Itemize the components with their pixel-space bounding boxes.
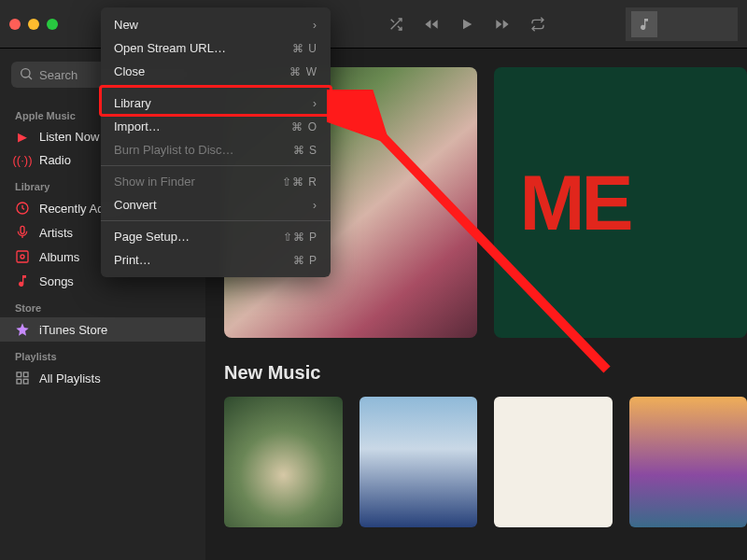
- sidebar-item-label: Radio: [39, 153, 71, 167]
- menu-item-label: Burn Playlist to Disc…: [114, 143, 234, 157]
- hero-album-2[interactable]: ME: [494, 67, 747, 338]
- music-note-icon: [15, 273, 30, 288]
- sidebar-item-itunes-store[interactable]: iTunes Store: [0, 317, 205, 342]
- menu-shortcut: ⌘ S: [293, 144, 317, 157]
- next-track-icon[interactable]: [495, 17, 510, 32]
- radio-icon: ((·)): [15, 153, 30, 167]
- svg-rect-8: [23, 379, 28, 384]
- music-note-icon: [631, 11, 657, 37]
- menu-shortcut: ⌘ U: [292, 42, 317, 55]
- now-playing[interactable]: [626, 7, 738, 41]
- search-placeholder: Search: [39, 68, 78, 82]
- sidebar-item-label: Albums: [39, 250, 79, 264]
- menu-item-label: Import…: [114, 119, 161, 133]
- album-icon: [15, 249, 30, 264]
- menu-item-close[interactable]: Close ⌘ W: [101, 60, 331, 83]
- album-thumb-4[interactable]: [629, 397, 748, 527]
- section-heading-new-music: New Music: [224, 362, 747, 384]
- svg-point-4: [21, 255, 24, 259]
- menu-item-new[interactable]: New ›: [101, 13, 331, 36]
- hero-album-2-text: ME: [520, 158, 630, 248]
- previous-track-icon[interactable]: [424, 17, 439, 32]
- svg-rect-3: [17, 251, 28, 262]
- sidebar-item-label: Listen Now: [39, 130, 99, 144]
- menu-item-label: Page Setup…: [114, 230, 190, 244]
- section-title-store: Store: [0, 293, 205, 317]
- menu-item-label: Show in Finder: [114, 175, 195, 189]
- svg-rect-5: [17, 372, 21, 377]
- minimize-window-button[interactable]: [28, 19, 39, 30]
- window-controls: [9, 19, 58, 30]
- menu-item-library[interactable]: Library ›: [101, 87, 331, 115]
- fullscreen-window-button[interactable]: [47, 19, 58, 30]
- repeat-icon[interactable]: [530, 17, 545, 32]
- album-thumb-2[interactable]: [359, 397, 478, 527]
- microphone-icon: [15, 225, 30, 240]
- menu-shortcut: ⇧⌘ P: [283, 231, 317, 244]
- menu-shortcut: ⌘ P: [293, 254, 317, 267]
- menu-item-label: Convert: [114, 198, 157, 212]
- sidebar-item-label: Songs: [39, 274, 74, 288]
- menu-item-page-setup[interactable]: Page Setup… ⇧⌘ P: [101, 220, 331, 248]
- menu-item-import[interactable]: Import… ⌘ O: [101, 115, 331, 138]
- sidebar-item-label: iTunes Store: [39, 323, 107, 337]
- menu-item-label: Open Stream URL…: [114, 41, 226, 55]
- shuffle-icon[interactable]: [388, 17, 403, 32]
- sidebar-item-all-playlists[interactable]: All Playlists: [0, 366, 205, 390]
- search-icon: [19, 66, 34, 84]
- album-thumb-1[interactable]: [224, 397, 343, 527]
- menu-shortcut: ⇧⌘ R: [282, 175, 317, 189]
- chevron-right-icon: ›: [313, 19, 317, 32]
- menu-item-show-in-finder: Show in Finder ⇧⌘ R: [101, 165, 331, 193]
- menu-item-label: Library: [114, 96, 151, 110]
- star-icon: [15, 322, 30, 337]
- section-title-playlists: Playlists: [0, 342, 205, 366]
- chevron-right-icon: ›: [313, 97, 317, 110]
- play-circle-icon: ▶: [15, 130, 30, 144]
- menu-item-label: Print…: [114, 253, 151, 267]
- menu-item-open-stream-url[interactable]: Open Stream URL… ⌘ U: [101, 36, 331, 60]
- grid-icon: [15, 371, 30, 385]
- menu-item-label: New: [114, 18, 138, 32]
- album-thumb-3[interactable]: [494, 397, 613, 527]
- menu-item-convert[interactable]: Convert ›: [101, 193, 331, 217]
- sidebar-item-label: All Playlists: [39, 371, 101, 385]
- file-menu: New › Open Stream URL… ⌘ U Close ⌘ W Lib…: [101, 7, 331, 277]
- playback-controls: [388, 17, 545, 32]
- menu-shortcut: ⌘ O: [291, 120, 317, 133]
- clock-icon: [15, 201, 30, 216]
- menu-item-label: Close: [114, 64, 145, 78]
- svg-rect-2: [21, 226, 24, 233]
- menu-item-print[interactable]: Print… ⌘ P: [101, 248, 331, 272]
- menu-shortcut: ⌘ W: [289, 65, 317, 78]
- svg-rect-6: [23, 372, 28, 377]
- chevron-right-icon: ›: [313, 199, 317, 212]
- sidebar-item-label: Artists: [39, 226, 73, 240]
- close-window-button[interactable]: [9, 19, 21, 30]
- svg-point-0: [21, 68, 30, 77]
- menu-item-burn-playlist: Burn Playlist to Disc… ⌘ S: [101, 138, 331, 161]
- play-icon[interactable]: [459, 17, 474, 32]
- svg-rect-7: [17, 379, 21, 384]
